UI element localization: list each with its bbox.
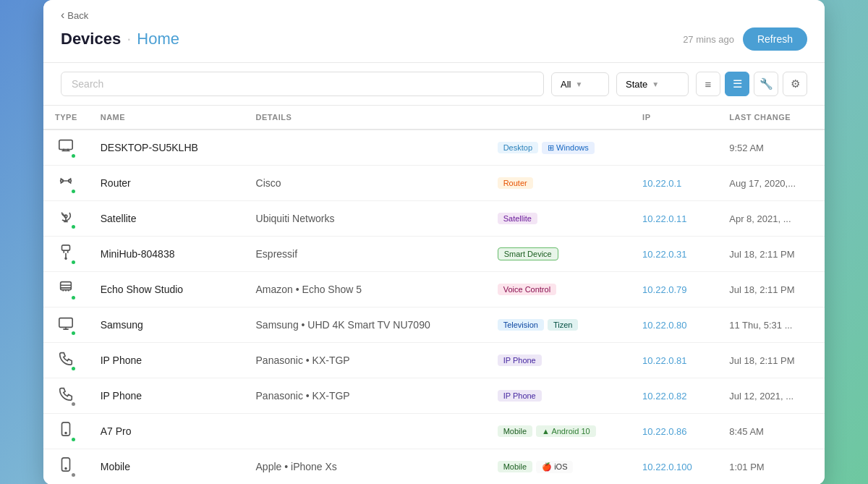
filter-icon: ≡ xyxy=(705,78,712,90)
device-ip-cell[interactable]: 10.22.0.1 xyxy=(631,166,718,201)
device-details-cell xyxy=(244,414,486,449)
device-ip-cell[interactable] xyxy=(631,130,718,166)
devices-table-container: TYPE NAME DETAILS IP LAST CHANGE DESKTOP… xyxy=(43,106,825,484)
table-row[interactable]: IP PhonePanasonic • KX-TGPIP Phone10.22.… xyxy=(43,378,825,414)
device-type-icon xyxy=(58,457,74,477)
device-type-cell xyxy=(43,237,89,272)
toolbar-icons: ≡ ☰ 🔧 ⚙ xyxy=(696,72,807,96)
device-tags-cell: Mobile🍎 iOS xyxy=(486,449,631,485)
svg-rect-7 xyxy=(59,318,72,328)
device-tag: IP Phone xyxy=(498,354,542,366)
filter-icon-button[interactable]: ≡ xyxy=(696,72,720,96)
table-row[interactable]: DESKTOP-SU5KLHBDesktop⊞ Windows9:52 AM xyxy=(43,130,825,166)
device-type-cell xyxy=(43,307,89,343)
col-details: DETAILS xyxy=(244,106,631,130)
device-type-icon xyxy=(58,386,74,406)
device-tag: Smart Device xyxy=(498,247,558,260)
device-tags-cell: Mobile▲ Android 10 xyxy=(486,414,631,449)
svg-rect-6 xyxy=(61,282,72,290)
table-header-row: TYPE NAME DETAILS IP LAST CHANGE xyxy=(43,106,825,130)
device-ip-cell[interactable]: 10.22.0.11 xyxy=(631,201,718,237)
device-type-cell xyxy=(43,414,89,449)
device-tag: IP Phone xyxy=(498,390,542,402)
device-ip-cell[interactable]: 10.22.0.100 xyxy=(631,449,718,485)
device-details-cell: Amazon • Echo Show 5 xyxy=(244,272,486,307)
status-dot xyxy=(70,401,77,407)
device-last-change-cell: Apr 8, 2021, ... xyxy=(718,201,825,237)
wrench-button[interactable]: 🔧 xyxy=(754,72,778,96)
back-label: Back xyxy=(67,10,88,21)
status-dot xyxy=(70,224,77,230)
device-last-change-cell: 11 Thu, 5:31 ... xyxy=(718,307,825,343)
page-subtitle: Home xyxy=(137,30,179,48)
settings-button[interactable]: ⚙ xyxy=(783,72,807,96)
device-name-cell: MiniHub-804838 xyxy=(89,237,244,272)
device-ip-cell[interactable]: 10.22.0.81 xyxy=(631,343,718,378)
last-updated: 27 mins ago xyxy=(683,34,734,45)
search-input[interactable] xyxy=(61,72,544,96)
device-last-change-cell: 9:52 AM xyxy=(718,130,825,166)
device-tag: Mobile xyxy=(498,425,532,437)
table-row[interactable]: SamsungSamsung • UHD 4K Smart TV NU7090T… xyxy=(43,307,825,343)
device-name-cell: Router xyxy=(89,166,244,201)
back-button[interactable]: Back xyxy=(61,9,807,22)
table-row[interactable]: A7 ProMobile▲ Android 1010.22.0.868:45 A… xyxy=(43,414,825,449)
device-details-cell: Samsung • UHD 4K Smart TV NU7090 xyxy=(244,307,486,343)
device-type-icon xyxy=(58,137,74,158)
device-tags-cell: Desktop⊞ Windows xyxy=(486,130,631,166)
col-ip: IP xyxy=(631,106,718,130)
device-tags-cell: IP Phone xyxy=(486,378,631,414)
device-ip-cell[interactable]: 10.22.0.79 xyxy=(631,272,718,307)
device-ip-cell[interactable]: 10.22.0.31 xyxy=(631,237,718,272)
device-type-icon xyxy=(58,315,74,335)
device-name-cell: Samsung xyxy=(89,307,244,343)
device-type-cell xyxy=(43,343,89,378)
device-tags-cell: Router xyxy=(486,166,631,201)
status-dot xyxy=(70,472,77,478)
device-tags-cell: IP Phone xyxy=(486,343,631,378)
devices-table: TYPE NAME DETAILS IP LAST CHANGE DESKTOP… xyxy=(43,106,825,484)
filter-all-dropdown[interactable]: All ▼ xyxy=(551,72,609,96)
refresh-button[interactable]: Refresh xyxy=(743,27,807,51)
status-dot xyxy=(70,365,77,372)
device-ip-cell[interactable]: 10.22.0.86 xyxy=(631,414,718,449)
header-right: 27 mins ago Refresh xyxy=(683,27,807,51)
device-type-icon xyxy=(58,350,74,370)
device-type-icon xyxy=(58,173,74,193)
title-dot: · xyxy=(127,30,131,48)
status-dot xyxy=(70,188,77,195)
svg-rect-4 xyxy=(62,245,70,250)
device-name-cell: Satellite xyxy=(89,201,244,237)
device-ip-cell[interactable]: 10.22.0.82 xyxy=(631,378,718,414)
svg-point-11 xyxy=(65,468,67,470)
device-last-change-cell: Jul 12, 2021, ... xyxy=(718,378,825,414)
device-tags-cell: TelevisionTizen xyxy=(486,307,631,343)
table-row[interactable]: Echo Show StudioAmazon • Echo Show 5Voic… xyxy=(43,272,825,307)
table-row[interactable]: MobileApple • iPhone XsMobile🍎 iOS10.22.… xyxy=(43,449,825,485)
table-row[interactable]: IP PhonePanasonic • KX-TGPIP Phone10.22.… xyxy=(43,343,825,378)
gear-icon: ⚙ xyxy=(791,77,800,90)
device-type-cell xyxy=(43,378,89,414)
table-row[interactable]: SatelliteUbiquiti NetworksSatellite10.22… xyxy=(43,201,825,237)
device-tag: Mobile xyxy=(498,461,532,472)
wrench-icon: 🔧 xyxy=(760,77,773,90)
svg-point-5 xyxy=(65,258,67,259)
device-tags-cell: Satellite xyxy=(486,201,631,237)
device-type-icon xyxy=(58,421,74,441)
filter-state-label: State xyxy=(626,79,647,90)
device-ip-cell[interactable]: 10.22.0.80 xyxy=(631,307,718,343)
device-details-cell: Ubiquiti Networks xyxy=(244,201,486,237)
device-type-icon xyxy=(58,279,74,300)
device-details-cell: Apple • iPhone Xs xyxy=(244,449,486,485)
device-tag: ⊞ Windows xyxy=(542,142,595,154)
device-tags-cell: Voice Control xyxy=(486,272,631,307)
table-row[interactable]: MiniHub-804838EspressifSmart Device10.22… xyxy=(43,237,825,272)
status-dot xyxy=(70,294,77,301)
device-last-change-cell: Jul 18, 2:11 PM xyxy=(718,343,825,378)
device-details-cell: Cisco xyxy=(244,166,486,201)
status-dot xyxy=(70,153,77,159)
table-row[interactable]: RouterCiscoRouter10.22.0.1Aug 17, 2020,.… xyxy=(43,166,825,201)
filter-state-dropdown[interactable]: State ▼ xyxy=(616,72,689,96)
device-type-cell xyxy=(43,130,89,166)
list-view-button[interactable]: ☰ xyxy=(725,72,749,96)
